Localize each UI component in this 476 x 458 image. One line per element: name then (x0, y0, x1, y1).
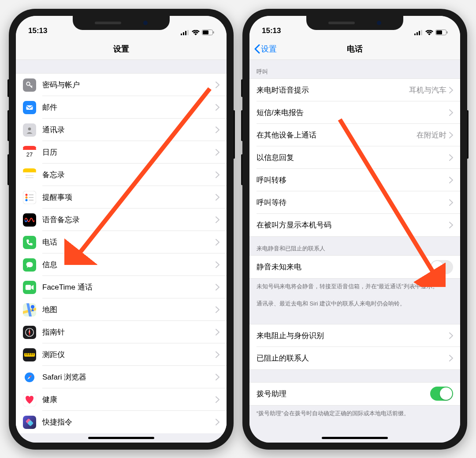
row-otherdev[interactable]: 在其他设备上通话在附近时 (249, 124, 460, 146)
svg-text:27: 27 (26, 151, 33, 158)
facetime-icon (23, 281, 36, 294)
row-label: 在被叫方显示本机号码 (257, 220, 449, 230)
svg-point-21 (26, 196, 28, 198)
back-label: 设置 (261, 44, 277, 54)
wifi-icon (425, 30, 433, 35)
settings-row-notes[interactable]: 备忘录 (16, 164, 227, 186)
chevron-right-icon (449, 109, 453, 116)
row-silence[interactable]: 静音未知来电 (249, 256, 460, 278)
row-label: 电话 (42, 237, 216, 247)
svg-rect-49 (447, 31, 448, 34)
section-footer: 未知号码来电将会静音，转接至语音信箱，并在“最近通话”列表中显示。 通讯录、最近… (249, 279, 460, 312)
chevron-right-icon (449, 332, 453, 339)
chevron-right-icon (449, 199, 453, 206)
wifi-icon (192, 30, 200, 35)
row-label: 来电阻止与身份识别 (257, 331, 449, 341)
settings-row-messages[interactable]: 信息 (16, 253, 227, 276)
svg-rect-48 (436, 30, 442, 34)
row-forward[interactable]: 呼叫转移 (249, 169, 460, 191)
chevron-right-icon (449, 132, 453, 138)
settings-row-measure[interactable]: 测距仪 (16, 343, 227, 366)
signal-icon (414, 30, 423, 35)
chevron-right-icon (216, 171, 219, 178)
chevron-right-icon (216, 149, 219, 156)
chevron-right-icon (216, 239, 219, 246)
row-label: 呼叫转移 (257, 175, 449, 185)
chevron-right-icon (449, 87, 453, 93)
row-value: 耳机与汽车 (409, 85, 446, 95)
row-label: 日历 (42, 147, 216, 157)
nav-bar: 设置 (16, 38, 227, 60)
settings-row-phone[interactable]: 电话 (16, 231, 227, 253)
row-waiting[interactable]: 呼叫等待 (249, 191, 460, 214)
svg-rect-12 (23, 149, 36, 150)
svg-rect-3 (187, 30, 189, 35)
svg-rect-16 (23, 171, 36, 172)
chevron-right-icon (449, 154, 453, 161)
settings-row-safari[interactable]: Safari 浏览器 (16, 366, 227, 388)
row-report[interactable]: 短信/来电报告 (249, 101, 460, 124)
row-label: 备忘录 (42, 170, 216, 180)
phone-icon (23, 236, 36, 249)
settings-row-mail[interactable]: 邮件 (16, 96, 227, 119)
settings-row-shortcuts[interactable]: 快捷指令 (16, 411, 227, 433)
settings-row-reminders[interactable]: 提醒事项 (16, 186, 227, 209)
row-label: 以信息回复 (257, 153, 449, 163)
settings-row-voicememo[interactable]: 语音备忘录 (16, 209, 227, 231)
nav-bar: 设置 电话 (249, 38, 460, 60)
row-label: 拨号助理 (257, 389, 430, 399)
safari-icon (23, 371, 36, 384)
health-icon (23, 393, 36, 406)
switch-dialassist[interactable] (430, 387, 453, 401)
row-callerid[interactable]: 在被叫方显示本机号码 (249, 214, 460, 236)
svg-rect-8 (26, 105, 33, 110)
calendar-icon: 27 (23, 146, 36, 159)
home-indicator (322, 437, 388, 439)
row-label: 快捷指令 (42, 417, 216, 427)
chevron-right-icon (449, 222, 453, 228)
chevron-right-icon (449, 177, 453, 183)
row-label: 测距仪 (42, 350, 216, 360)
chevron-right-icon (216, 261, 219, 268)
row-dialassist[interactable]: 拨号助理 (249, 383, 460, 405)
row-label: 静音未知来电 (257, 262, 430, 272)
measure-icon (23, 348, 36, 361)
chevron-right-icon (216, 306, 219, 313)
settings-row-passwords[interactable]: 密码与帐户 (16, 74, 227, 96)
message-icon (23, 258, 36, 272)
row-value: 在附近时 (416, 130, 446, 140)
signal-icon (181, 30, 190, 35)
chevron-left-icon (254, 44, 260, 54)
notes-icon (23, 168, 36, 182)
settings-row-calendar[interactable]: 27日历 (16, 141, 227, 164)
settings-row-compass[interactable]: 指南针 (16, 321, 227, 343)
settings-row-maps[interactable]: 地图 (16, 298, 227, 321)
row-respond[interactable]: 以信息回复 (249, 146, 460, 169)
section-footer: “拨号助理”会在拨号时自动确定正确的国际或本地电话前缀。 (249, 406, 460, 421)
settings-row-facetime[interactable]: FaceTime 通话 (16, 276, 227, 298)
row-label: 指南针 (42, 327, 216, 337)
row-announce[interactable]: 来电时语音提示耳机与汽车 (249, 79, 460, 101)
row-label: 短信/来电报告 (257, 108, 449, 118)
row-label: 呼叫等待 (257, 197, 449, 208)
row-blocked[interactable]: 已阻止的联系人 (249, 347, 460, 369)
chevron-right-icon (216, 374, 219, 380)
settings-row-contacts[interactable]: 通讯录 (16, 119, 227, 141)
chevron-right-icon (216, 351, 219, 358)
svg-rect-46 (421, 30, 422, 35)
row-blockid[interactable]: 来电阻止与身份识别 (249, 324, 460, 347)
row-label: 信息 (42, 260, 216, 270)
notch (73, 16, 170, 30)
key-icon (23, 78, 36, 92)
row-label: Safari 浏览器 (42, 372, 216, 382)
switch-silence[interactable] (430, 260, 453, 274)
phone-left: 15:13 设置 密码与帐户邮件通讯录27日历备忘录提醒事项语音备忘录电话信息F… (9, 9, 234, 450)
chevron-right-icon (216, 127, 219, 133)
status-time: 15:13 (262, 26, 297, 35)
back-button[interactable]: 设置 (254, 44, 277, 54)
settings-row-health[interactable]: 健康 (16, 388, 227, 411)
chevron-right-icon (216, 419, 219, 425)
row-label: 提醒事项 (42, 192, 216, 202)
mail-icon (23, 101, 36, 114)
svg-rect-6 (213, 31, 214, 34)
